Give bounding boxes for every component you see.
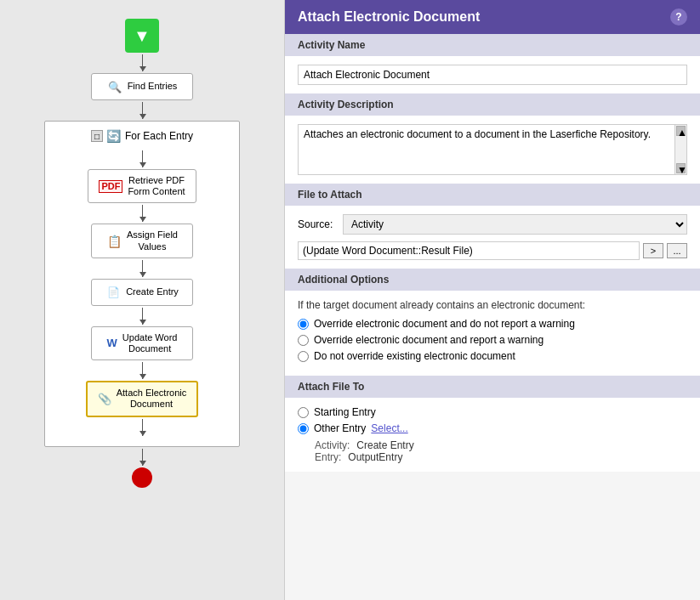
connector [142,102,143,119]
update-word-node[interactable]: W Update WordDocument [91,326,193,360]
scroll-down[interactable]: ▼ [676,163,686,173]
entry-value: OutputEntry [348,451,402,463]
create-entry-node[interactable]: 📄 Create Entry [91,279,193,306]
attach-doc-node[interactable]: 📎 Attach ElectronicDocument [86,381,199,416]
loop-icon: 🔄 [106,128,122,144]
activity-description-text: Attaches an electronic document to a doc… [298,124,675,175]
attach-options: Starting Entry Other Entry Select... [298,406,687,434]
override-options: Override electronic document and do not … [298,318,687,362]
activity-name-section: Activity Name [285,34,700,93]
additional-options-section: Additional Options If the target documen… [285,269,700,376]
file-row: > ... [298,241,687,260]
scroll-track [675,137,686,162]
option-1-radio[interactable] [298,319,309,330]
flow-diagram: ▼ 🔍 Find Entries □ 🔄 For Each Entry [0,8,284,498]
connector [142,205,143,222]
starting-entry-text: Starting Entry [314,406,376,418]
help-button[interactable]: ? [670,8,687,25]
option-3-radio[interactable] [298,351,309,362]
entry-key: Entry: [315,451,341,463]
retrieve-pdf-node[interactable]: PDF Retrieve PDFForm Content [88,169,196,203]
activity-name-input[interactable] [298,65,687,85]
scrollbar: ▲ ▼ [675,124,687,175]
other-entry-label[interactable]: Other Entry Select... [298,422,687,434]
find-entries-icon: 🔍 [107,79,122,94]
loop-group: □ 🔄 For Each Entry PDF Retrieve PDFForm … [44,121,240,447]
other-entry-radio[interactable] [298,423,309,434]
attach-doc-icon: 📎 [98,393,111,405]
entry-row-item: Entry: OutputEntry [315,451,687,463]
pdf-icon: PDF [99,180,122,193]
starting-entry-label[interactable]: Starting Entry [298,406,687,418]
loop-body: PDF Retrieve PDFForm Content 📋 Assign Fi… [55,147,229,439]
entry-info: Activity: Create Entry Entry: OutputEntr… [298,439,687,463]
retrieve-pdf-box[interactable]: PDF Retrieve PDFForm Content [88,169,196,203]
activity-name-header: Activity Name [285,34,700,56]
scroll-up[interactable]: ▲ [676,126,686,136]
activity-value: Create Entry [356,439,413,451]
stop-node [132,467,152,488]
activity-description-body: Attaches an electronic document to a doc… [285,116,700,184]
connector [142,449,143,466]
connector [142,54,143,71]
attach-file-to-section: Attach File To Starting Entry Other Entr… [285,376,700,472]
file-to-attach-header: File to Attach [285,184,700,206]
connector [142,362,143,379]
create-entry-icon: 📄 [105,285,121,300]
expand-button[interactable]: > [643,243,663,258]
assign-field-box[interactable]: 📋 Assign FieldValues [91,224,193,258]
assign-field-icon: 📋 [106,234,122,249]
file-input[interactable] [298,241,640,260]
source-row: Source: Activity Path URL [298,214,687,235]
loop-collapse-btn[interactable]: □ [91,130,103,142]
starting-entry-radio[interactable] [298,407,309,418]
file-to-attach-body: Source: Activity Path URL > ... [285,206,700,269]
start-icon: ▼ [125,19,159,53]
activity-description-section: Activity Description Attaches an electro… [285,93,700,184]
for-each-entry-node: □ 🔄 For Each Entry PDF Retrieve PDFForm … [44,121,240,447]
create-entry-label: Create Entry [126,286,179,297]
attach-file-to-body: Starting Entry Other Entry Select... Act… [285,398,700,472]
option-2-radio[interactable] [298,335,309,346]
find-entries-box[interactable]: 🔍 Find Entries [91,73,193,100]
panel-header: Attach Electronic Document ? [285,0,700,34]
find-entries-label: Find Entries [128,81,178,92]
panel-content: Activity Name Activity Description Attac… [285,34,700,600]
activity-name-body [285,56,700,93]
additional-options-header: Additional Options [285,269,700,291]
find-entries-node[interactable]: 🔍 Find Entries [91,73,193,100]
assign-field-node[interactable]: 📋 Assign FieldValues [91,224,193,258]
option-2-label[interactable]: Override electronic document and report … [298,334,687,346]
activity-key: Activity: [315,439,350,451]
other-entry-text: Other Entry [314,422,366,434]
option-1-text: Override electronic document and do not … [314,318,575,330]
update-word-label: Update WordDocument [122,332,178,354]
update-word-box[interactable]: W Update WordDocument [91,326,193,360]
select-link[interactable]: Select... [371,422,407,434]
file-to-attach-section: File to Attach Source: Activity Path URL… [285,184,700,269]
description-container: Attaches an electronic document to a doc… [298,124,687,175]
attach-doc-label: Attach ElectronicDocument [117,388,187,410]
loop-header: □ 🔄 For Each Entry [91,128,193,144]
target-description: If the target document already contains … [298,299,687,311]
additional-options-body: If the target document already contains … [285,291,700,376]
option-3-text: Do not override existing electronic docu… [314,350,515,362]
word-icon: W [107,337,117,349]
properties-panel: Attach Electronic Document ? Activity Na… [285,0,700,600]
start-node: ▼ [125,19,159,53]
connector [142,308,143,325]
create-entry-box[interactable]: 📄 Create Entry [91,279,193,306]
connector [142,419,143,436]
source-select[interactable]: Activity Path URL [343,214,687,235]
connector [142,150,143,167]
option-1-label[interactable]: Override electronic document and do not … [298,318,687,330]
stop-icon [132,467,152,488]
source-label: Source: [298,218,336,230]
retrieve-pdf-label: Retrieve PDFForm Content [128,175,185,197]
connector [142,260,143,277]
option-3-label[interactable]: Do not override existing electronic docu… [298,350,687,362]
browse-button[interactable]: ... [667,243,687,258]
workflow-canvas: ▼ 🔍 Find Entries □ 🔄 For Each Entry [0,0,285,600]
loop-label: For Each Entry [125,130,193,142]
attach-doc-box[interactable]: 📎 Attach ElectronicDocument [86,381,199,416]
